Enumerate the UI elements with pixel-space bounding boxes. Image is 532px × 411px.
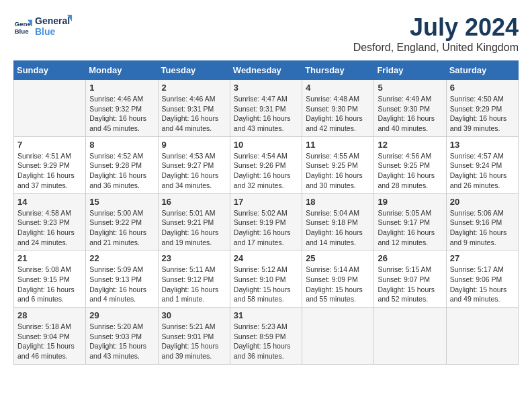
day-info: Sunrise: 5:00 AM Sunset: 9:22 PM Dayligh…	[89, 208, 154, 248]
logo-icon: General Blue	[13, 17, 32, 36]
calendar-table: Sunday Monday Tuesday Wednesday Thursday…	[13, 60, 519, 365]
day-number: 26	[378, 253, 442, 263]
table-row: 23Sunrise: 5:11 AM Sunset: 9:12 PM Dayli…	[158, 250, 230, 308]
title-area: July 2024 Desford, England, United Kingd…	[353, 13, 519, 54]
logo-svg: General Blue	[35, 13, 72, 40]
table-row	[14, 80, 86, 137]
header-saturday: Saturday	[446, 61, 518, 80]
table-row: 11Sunrise: 4:55 AM Sunset: 9:25 PM Dayli…	[302, 136, 374, 193]
day-number: 14	[17, 197, 82, 207]
table-row: 18Sunrise: 5:04 AM Sunset: 9:18 PM Dayli…	[302, 193, 374, 250]
day-info: Sunrise: 4:53 AM Sunset: 9:27 PM Dayligh…	[162, 151, 226, 191]
day-info: Sunrise: 5:01 AM Sunset: 9:21 PM Dayligh…	[162, 208, 226, 248]
calendar-week-row: 1Sunrise: 4:46 AM Sunset: 9:32 PM Daylig…	[14, 80, 519, 137]
day-number: 4	[306, 83, 370, 93]
day-info: Sunrise: 5:17 AM Sunset: 9:06 PM Dayligh…	[450, 265, 515, 304]
day-number: 27	[450, 253, 515, 263]
day-number: 31	[234, 310, 298, 320]
day-info: Sunrise: 4:50 AM Sunset: 9:29 PM Dayligh…	[450, 94, 515, 134]
day-info: Sunrise: 4:51 AM Sunset: 9:29 PM Dayligh…	[17, 151, 82, 191]
day-info: Sunrise: 5:08 AM Sunset: 9:15 PM Dayligh…	[17, 265, 82, 304]
calendar-week-row: 14Sunrise: 4:58 AM Sunset: 9:23 PM Dayli…	[14, 193, 519, 250]
day-info: Sunrise: 5:09 AM Sunset: 9:13 PM Dayligh…	[89, 265, 154, 304]
table-row: 13Sunrise: 4:57 AM Sunset: 9:24 PM Dayli…	[446, 136, 518, 193]
table-row: 8Sunrise: 4:52 AM Sunset: 9:28 PM Daylig…	[86, 136, 158, 193]
day-info: Sunrise: 4:56 AM Sunset: 9:25 PM Dayligh…	[378, 151, 442, 191]
day-number: 5	[378, 83, 442, 93]
day-number: 21	[17, 253, 82, 263]
day-info: Sunrise: 5:12 AM Sunset: 9:10 PM Dayligh…	[234, 265, 298, 304]
day-number: 3	[234, 83, 298, 93]
header-friday: Friday	[374, 61, 446, 80]
day-number: 29	[89, 310, 154, 320]
svg-text:Blue: Blue	[35, 26, 56, 37]
day-number: 16	[162, 197, 226, 207]
table-row: 24Sunrise: 5:12 AM Sunset: 9:10 PM Dayli…	[230, 250, 302, 308]
header-thursday: Thursday	[302, 61, 374, 80]
day-info: Sunrise: 4:54 AM Sunset: 9:26 PM Dayligh…	[234, 151, 298, 191]
day-info: Sunrise: 5:06 AM Sunset: 9:16 PM Dayligh…	[450, 208, 515, 248]
table-row: 1Sunrise: 4:46 AM Sunset: 9:32 PM Daylig…	[86, 80, 158, 137]
table-row: 20Sunrise: 5:06 AM Sunset: 9:16 PM Dayli…	[446, 193, 518, 250]
day-number: 22	[89, 253, 154, 263]
table-row: 10Sunrise: 4:54 AM Sunset: 9:26 PM Dayli…	[230, 136, 302, 193]
location-subtitle: Desford, England, United Kingdom	[353, 42, 519, 54]
day-number: 18	[306, 197, 370, 207]
day-number: 13	[450, 140, 515, 150]
day-number: 28	[17, 310, 82, 320]
table-row: 22Sunrise: 5:09 AM Sunset: 9:13 PM Dayli…	[86, 250, 158, 308]
day-number: 24	[234, 253, 298, 263]
day-info: Sunrise: 5:20 AM Sunset: 9:03 PM Dayligh…	[89, 322, 154, 361]
day-number: 7	[17, 140, 82, 150]
day-info: Sunrise: 4:46 AM Sunset: 9:32 PM Dayligh…	[89, 94, 154, 134]
day-number: 10	[234, 140, 298, 150]
table-row: 17Sunrise: 5:02 AM Sunset: 9:19 PM Dayli…	[230, 193, 302, 250]
day-info: Sunrise: 4:55 AM Sunset: 9:25 PM Dayligh…	[306, 151, 370, 191]
header: General Blue General Blue July 2024 Desf…	[13, 13, 519, 54]
table-row: 28Sunrise: 5:18 AM Sunset: 9:04 PM Dayli…	[14, 308, 86, 365]
table-row: 15Sunrise: 5:00 AM Sunset: 9:22 PM Dayli…	[86, 193, 158, 250]
day-info: Sunrise: 5:14 AM Sunset: 9:09 PM Dayligh…	[306, 265, 370, 304]
svg-text:General: General	[35, 15, 70, 26]
table-row: 31Sunrise: 5:23 AM Sunset: 8:59 PM Dayli…	[230, 308, 302, 365]
table-row: 14Sunrise: 4:58 AM Sunset: 9:23 PM Dayli…	[14, 193, 86, 250]
day-info: Sunrise: 5:11 AM Sunset: 9:12 PM Dayligh…	[162, 265, 226, 304]
header-sunday: Sunday	[14, 61, 86, 80]
day-info: Sunrise: 4:52 AM Sunset: 9:28 PM Dayligh…	[89, 151, 154, 191]
day-info: Sunrise: 5:18 AM Sunset: 9:04 PM Dayligh…	[17, 322, 82, 361]
header-tuesday: Tuesday	[158, 61, 230, 80]
table-row	[446, 308, 518, 365]
header-wednesday: Wednesday	[230, 61, 302, 80]
day-info: Sunrise: 5:23 AM Sunset: 8:59 PM Dayligh…	[234, 322, 298, 361]
day-number: 2	[162, 83, 226, 93]
table-row: 2Sunrise: 4:46 AM Sunset: 9:31 PM Daylig…	[158, 80, 230, 137]
day-info: Sunrise: 4:57 AM Sunset: 9:24 PM Dayligh…	[450, 151, 515, 191]
table-row: 27Sunrise: 5:17 AM Sunset: 9:06 PM Dayli…	[446, 250, 518, 308]
table-row: 30Sunrise: 5:21 AM Sunset: 9:01 PM Dayli…	[158, 308, 230, 365]
calendar-header-row: Sunday Monday Tuesday Wednesday Thursday…	[14, 61, 519, 80]
table-row: 3Sunrise: 4:47 AM Sunset: 9:31 PM Daylig…	[230, 80, 302, 137]
day-number: 12	[378, 140, 442, 150]
day-number: 15	[89, 197, 154, 207]
day-number: 23	[162, 253, 226, 263]
day-number: 6	[450, 83, 515, 93]
day-number: 25	[306, 253, 370, 263]
day-number: 19	[378, 197, 442, 207]
table-row: 25Sunrise: 5:14 AM Sunset: 9:09 PM Dayli…	[302, 250, 374, 308]
day-number: 9	[162, 140, 226, 150]
table-row: 9Sunrise: 4:53 AM Sunset: 9:27 PM Daylig…	[158, 136, 230, 193]
day-info: Sunrise: 5:21 AM Sunset: 9:01 PM Dayligh…	[162, 322, 226, 361]
day-info: Sunrise: 4:47 AM Sunset: 9:31 PM Dayligh…	[234, 94, 298, 134]
table-row: 6Sunrise: 4:50 AM Sunset: 9:29 PM Daylig…	[446, 80, 518, 137]
day-info: Sunrise: 4:58 AM Sunset: 9:23 PM Dayligh…	[17, 208, 82, 248]
day-number: 11	[306, 140, 370, 150]
day-number: 1	[89, 83, 154, 93]
table-row	[374, 308, 446, 365]
table-row	[302, 308, 374, 365]
table-row: 21Sunrise: 5:08 AM Sunset: 9:15 PM Dayli…	[14, 250, 86, 308]
day-info: Sunrise: 4:48 AM Sunset: 9:30 PM Dayligh…	[306, 94, 370, 134]
table-row: 19Sunrise: 5:05 AM Sunset: 9:17 PM Dayli…	[374, 193, 446, 250]
svg-text:Blue: Blue	[14, 28, 29, 35]
table-row: 16Sunrise: 5:01 AM Sunset: 9:21 PM Dayli…	[158, 193, 230, 250]
day-info: Sunrise: 4:46 AM Sunset: 9:31 PM Dayligh…	[162, 94, 226, 134]
